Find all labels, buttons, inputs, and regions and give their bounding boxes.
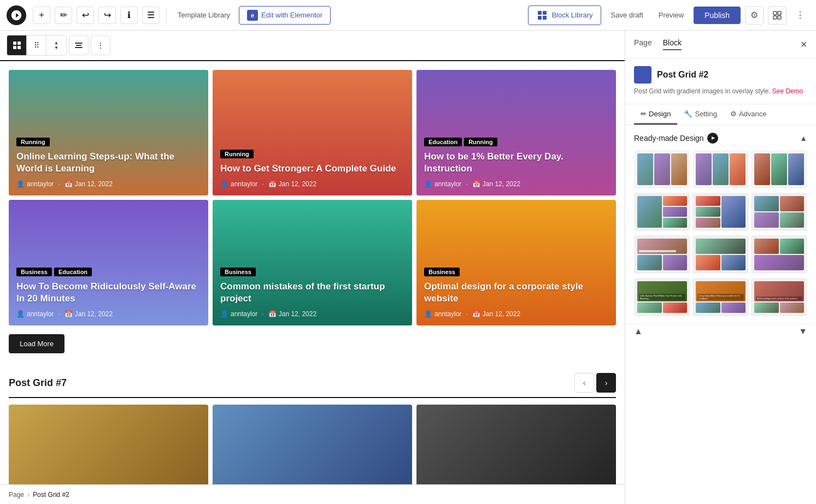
post-tag[interactable]: Education bbox=[424, 138, 462, 146]
post-card-content-1: RunningOnline Learning Steps-up: What th… bbox=[9, 130, 208, 195]
post-tags-3: EducationRunning bbox=[424, 138, 608, 146]
block-library-button[interactable]: Block Library bbox=[528, 5, 601, 25]
edit-elementor-button[interactable]: e Edit with Elementor bbox=[239, 6, 331, 25]
info-button[interactable]: ℹ bbox=[120, 7, 138, 24]
post-author-1: 👤 anntaylor bbox=[16, 180, 54, 188]
grid-7-card-3[interactable] bbox=[416, 405, 616, 492]
redo-button[interactable]: ↪ bbox=[98, 7, 116, 24]
sidebar-close-button[interactable]: ✕ bbox=[800, 39, 807, 50]
sidebar-scroll-arrows: ▲ ▼ bbox=[625, 324, 816, 339]
post-date-3: 📅 Jan 12, 2022 bbox=[472, 180, 520, 188]
post-tag[interactable]: Running bbox=[16, 138, 50, 146]
post-card-2[interactable]: RunningHow to Get Stronger: A Complete G… bbox=[213, 70, 412, 195]
grid-layout-button[interactable] bbox=[768, 6, 786, 25]
elementor-icon: e bbox=[247, 10, 258, 21]
design-thumb-6[interactable] bbox=[751, 193, 807, 231]
svg-rect-2 bbox=[538, 16, 542, 20]
design-thumb-4[interactable] bbox=[634, 193, 690, 231]
post-card-6[interactable]: BusinessOptimal design for a corporate s… bbox=[416, 200, 616, 325]
next-button[interactable]: › bbox=[596, 373, 616, 393]
post-card-5[interactable]: BusinessCommon mistakes of the first sta… bbox=[213, 200, 412, 325]
post-tag[interactable]: Business bbox=[220, 268, 256, 276]
post-tag[interactable]: Education bbox=[54, 268, 92, 276]
publish-button[interactable]: Publish bbox=[694, 7, 741, 24]
collapse-button[interactable]: ▲ bbox=[800, 134, 807, 143]
scroll-up-arrow[interactable]: ▲ bbox=[634, 327, 643, 336]
setting-tab[interactable]: 🔧 Setting bbox=[677, 104, 723, 124]
post-tag[interactable]: Business bbox=[424, 268, 460, 276]
post-meta-4: 👤 anntaylor · 📅 Jan 12, 2022 bbox=[16, 310, 201, 318]
advance-icon: ⚙ bbox=[730, 110, 737, 118]
svg-rect-12 bbox=[75, 43, 83, 44]
post-card-content-5: BusinessCommon mistakes of the first sta… bbox=[213, 260, 412, 325]
align-button[interactable] bbox=[69, 35, 89, 55]
design-thumb-8[interactable] bbox=[692, 235, 749, 274]
design-thumb-12[interactable]: Bird is eating a kid's version of its wo… bbox=[751, 278, 807, 316]
post-title-6: Optimal design for a corporate style web… bbox=[424, 281, 608, 305]
load-more-button[interactable]: Load More bbox=[9, 334, 64, 353]
block-tab[interactable]: Block bbox=[663, 38, 682, 50]
post-tags-2: Running bbox=[220, 150, 404, 158]
undo-button[interactable]: ↩ bbox=[77, 7, 94, 24]
see-demo-link[interactable]: See Demo bbox=[772, 87, 803, 95]
wp-logo[interactable] bbox=[7, 5, 26, 25]
canvas-area: ⠿ ▲ ▼ ⋮ RunningOnline Learning Steps-up:… bbox=[0, 31, 625, 504]
design-thumb-10[interactable]: Little Spaces That'll Make Your Home Loo… bbox=[634, 278, 690, 316]
post-grid: RunningOnline Learning Steps-up: What th… bbox=[9, 70, 616, 325]
divider bbox=[166, 8, 167, 23]
ready-made-header: Ready-made Design ▲ bbox=[634, 133, 807, 144]
post-tag[interactable]: Business bbox=[16, 268, 52, 276]
menu-button[interactable]: ☰ bbox=[142, 7, 160, 24]
post-tags-5: Business bbox=[220, 268, 404, 276]
more-options-button[interactable]: ⋮ bbox=[791, 6, 809, 25]
post-card-content-3: EducationRunningHow to be 1% Better Ever… bbox=[416, 130, 616, 195]
calendar-icon-4: 📅 bbox=[64, 310, 73, 318]
design-thumb-7[interactable] bbox=[634, 235, 690, 274]
drag-handle-button[interactable]: ⠿ bbox=[27, 35, 46, 55]
post-tag[interactable]: Running bbox=[220, 150, 254, 158]
save-draft-button[interactable]: Save draft bbox=[606, 8, 649, 22]
post-author-4: 👤 anntaylor bbox=[16, 310, 54, 318]
design-thumb-1[interactable] bbox=[634, 150, 690, 188]
settings-button[interactable]: ⚙ bbox=[745, 6, 764, 25]
breadcrumb-page[interactable]: Page bbox=[9, 491, 24, 499]
design-thumb-9[interactable] bbox=[751, 235, 807, 274]
design-tab[interactable]: ✏ Design bbox=[634, 104, 677, 124]
design-thumb-5[interactable] bbox=[692, 193, 749, 231]
thumb-row-4: Little Spaces That'll Make Your Home Loo… bbox=[634, 278, 807, 316]
post-tags-4: BusinessEducation bbox=[16, 268, 201, 276]
post-card-1[interactable]: RunningOnline Learning Steps-up: What th… bbox=[9, 70, 208, 195]
post-card-4[interactable]: BusinessEducationHow To Become Ridiculou… bbox=[9, 200, 208, 325]
page-tab[interactable]: Page bbox=[634, 38, 652, 50]
up-down-button[interactable]: ▲ ▼ bbox=[46, 35, 66, 55]
grid-7-card-1[interactable] bbox=[9, 405, 208, 492]
design-thumb-11[interactable]: Crazy Ideas About Race you would Like To… bbox=[692, 278, 749, 316]
user-icon-2: 👤 bbox=[220, 180, 228, 188]
design-thumb-3[interactable] bbox=[751, 150, 807, 188]
block-title: Post Grid #2 bbox=[657, 70, 708, 80]
prev-button[interactable]: ‹ bbox=[574, 373, 594, 393]
post-meta-3: 👤 anntaylor · 📅 Jan 12, 2022 bbox=[424, 180, 608, 188]
post-meta-1: 👤 anntaylor · 📅 Jan 12, 2022 bbox=[16, 180, 201, 188]
post-date-2: 📅 Jan 12, 2022 bbox=[268, 180, 316, 188]
sidebar-header: Page Block ✕ bbox=[625, 31, 816, 58]
grid-7-card-2[interactable] bbox=[213, 405, 412, 492]
scroll-down-arrow[interactable]: ▼ bbox=[799, 327, 807, 336]
advance-tab[interactable]: ⚙ Advance bbox=[724, 104, 773, 124]
post-tag[interactable]: Running bbox=[464, 138, 497, 146]
thumb-row-2 bbox=[634, 193, 807, 231]
more-block-options-button[interactable]: ⋮ bbox=[91, 35, 110, 55]
design-thumb-2[interactable] bbox=[692, 150, 749, 188]
svg-rect-0 bbox=[538, 11, 542, 15]
edit-button[interactable]: ✏ bbox=[55, 7, 72, 24]
grid-view-button[interactable] bbox=[7, 35, 27, 55]
template-library-label: Template Library bbox=[178, 11, 230, 19]
preview-button[interactable]: Preview bbox=[653, 8, 689, 22]
svg-rect-13 bbox=[76, 45, 81, 46]
post-date-4: 📅 Jan 12, 2022 bbox=[64, 310, 113, 318]
breadcrumb-bar: Page › Post Grid #2 bbox=[0, 484, 625, 504]
calendar-icon-6: 📅 bbox=[472, 310, 480, 318]
post-card-3[interactable]: EducationRunningHow to be 1% Better Ever… bbox=[416, 70, 616, 195]
play-button[interactable] bbox=[707, 133, 718, 144]
add-button[interactable]: ＋ bbox=[33, 7, 50, 24]
